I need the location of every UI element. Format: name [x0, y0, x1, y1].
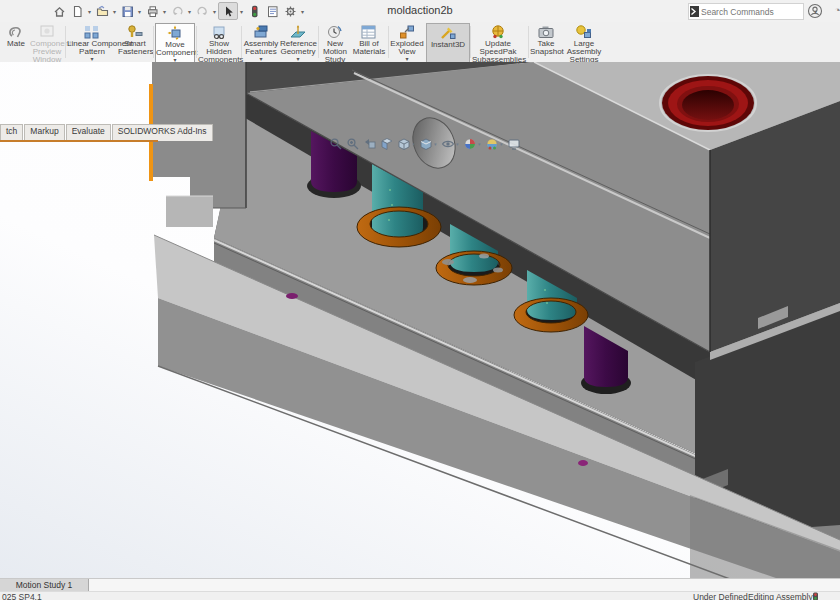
ribbon-button-show-hidden-components[interactable]: ShowHiddenComponents	[198, 23, 240, 61]
account-button[interactable]	[806, 2, 824, 20]
chevron-down-icon[interactable]: ▾	[243, 55, 279, 62]
reference-geometry-icon	[289, 24, 307, 40]
ribbon-button-new-motion-study[interactable]: NewMotionStudy	[320, 23, 350, 61]
eye-icon	[441, 137, 455, 151]
ribbon-button-linear-component-pattern[interactable]: Linear ComponentPattern ▾	[67, 23, 117, 61]
ribbon-button-mate[interactable]: Mate	[2, 23, 30, 61]
instant3d-icon	[439, 25, 457, 41]
chevron-down-icon[interactable]: ▾	[280, 55, 316, 62]
command-manager-ribbon: Mate ComponentPreviewWindow Linear Compo…	[0, 22, 840, 63]
bill-of-materials-icon	[360, 24, 378, 40]
ribbon-button-take-snapshot[interactable]: TakeSnapshot	[530, 23, 562, 61]
solidworks-logo-icon	[690, 6, 699, 17]
tab-markup[interactable]: Markup	[24, 124, 64, 141]
assembly-features-icon	[252, 24, 270, 40]
ribbon-label: Mate	[2, 40, 30, 48]
zoom-to-area-button[interactable]	[344, 135, 361, 152]
tab-accent-underline	[0, 140, 158, 142]
ribbon-label: Instant3D	[427, 41, 469, 49]
display-style-icon	[419, 137, 433, 151]
take-snapshot-icon	[537, 24, 555, 40]
apply-scene-button[interactable]	[483, 135, 500, 152]
chevron-down-icon[interactable]: ▾	[390, 55, 424, 62]
view-orientation-button[interactable]	[395, 135, 412, 152]
pin-glimpse-speck	[286, 293, 298, 299]
ribbon-button-smart-fasteners[interactable]: SmartFasteners	[118, 23, 152, 61]
ribbon-button-update-speedpak-subassemblies[interactable]: UpdateSpeedPakSubassemblies	[472, 23, 524, 61]
update-speedpak-icon	[489, 24, 507, 40]
view-settings-icon	[507, 137, 521, 151]
ribbon-button-component-preview-window: ComponentPreviewWindow	[30, 23, 64, 61]
graphics-area[interactable]: ▾ ▾ ▾ ▾ ▾ tch Markup Evaluate SOLIDWORKS…	[0, 62, 840, 578]
smart-fasteners-icon	[126, 24, 144, 40]
edit-appearance-icon	[463, 137, 477, 151]
mate-icon	[7, 24, 25, 40]
version-text: 025 SP4.1	[2, 592, 42, 600]
chevron-down-icon[interactable]: ▾	[67, 55, 117, 62]
view-settings-button[interactable]	[505, 135, 522, 152]
title-bar: ▾ ▾ ▾ ▾ ▾ ▾ ▾ ▾ moldaction2b ▾ ◔	[0, 0, 840, 23]
previous-view-icon	[363, 137, 377, 151]
search-input[interactable]	[699, 7, 814, 17]
section-view-button[interactable]	[378, 135, 395, 152]
pin-glimpse-speck	[578, 460, 588, 466]
cropped-titlebar-icon: ◔	[834, 4, 840, 17]
edit-appearance-button[interactable]	[461, 135, 478, 152]
new-motion-study-icon	[326, 24, 344, 40]
motion-study-tab-bar: Motion Study 1	[0, 578, 840, 592]
linear-pattern-icon	[83, 24, 101, 40]
hide-show-items-button[interactable]	[439, 135, 456, 152]
apply-scene-icon	[485, 137, 499, 151]
zoom-to-fit-button[interactable]	[327, 135, 344, 152]
component-preview-icon	[38, 24, 56, 40]
user-icon	[807, 3, 823, 19]
previous-view-button[interactable]	[361, 135, 378, 152]
section-view-icon	[380, 137, 394, 151]
define-state-text: Under Defined	[693, 592, 748, 600]
ribbon-button-reference-geometry[interactable]: ReferenceGeometry ▾	[280, 23, 316, 61]
locating-ring[interactable]	[660, 75, 756, 131]
status-bar: 025 SP4.1 Under Defined Editing Assembly	[0, 591, 840, 600]
ribbon-button-large-assembly-settings[interactable]: LargeAssemblySettings	[564, 23, 604, 61]
zoom-to-fit-icon	[329, 137, 343, 151]
base-corner-step	[166, 196, 213, 227]
display-style-button[interactable]	[417, 135, 434, 152]
rebuild-status-icon[interactable]	[812, 592, 819, 600]
large-assembly-settings-icon	[575, 24, 593, 40]
ribbon-button-assembly-features[interactable]: AssemblyFeatures ▾	[243, 23, 279, 61]
zoom-to-area-icon	[346, 137, 360, 151]
ribbon-button-exploded-view[interactable]: ExplodedView ▾	[390, 23, 424, 61]
search-commands-box[interactable]: ▾	[688, 3, 804, 20]
show-hidden-components-icon	[210, 24, 228, 40]
editing-mode-text: Editing Assembly	[748, 592, 813, 600]
view-orientation-icon	[397, 137, 411, 151]
ribbon-button-bill-of-materials[interactable]: Bill ofMaterials	[352, 23, 386, 61]
tab-sketch-cropped[interactable]: tch	[0, 124, 23, 141]
exploded-view-icon	[398, 24, 416, 40]
heads-up-view-toolbar: ▾ ▾ ▾ ▾ ▾	[327, 135, 522, 152]
ribbon-button-instant3d[interactable]: Instant3D	[426, 23, 470, 63]
tab-evaluate[interactable]: Evaluate	[66, 124, 111, 141]
ribbon-button-move-component[interactable]: MoveComponent ▾	[155, 23, 195, 63]
move-component-icon	[166, 25, 184, 41]
solidworks-window: ▾ ▾ ▾ ▾ ▾ ▾ ▾ ▾ moldaction2b ▾ ◔	[0, 0, 840, 600]
tab-solidworks-add-ins[interactable]: SOLIDWORKS Add-Ins	[112, 124, 213, 141]
